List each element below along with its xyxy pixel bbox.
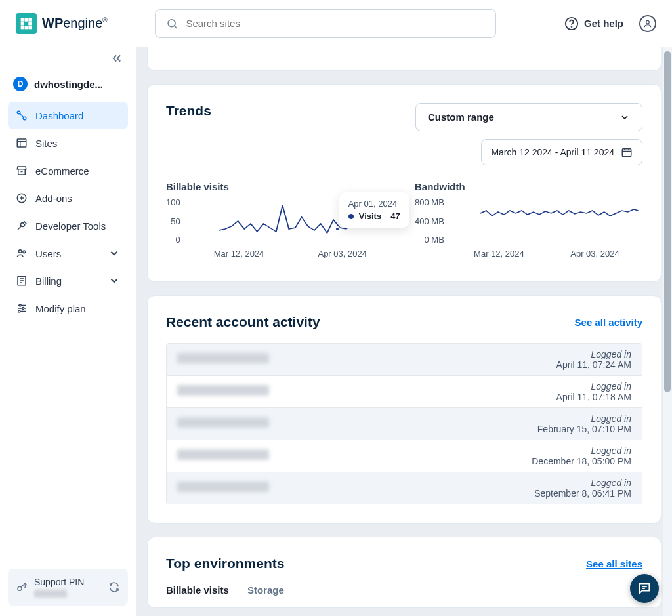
svg-rect-3	[21, 22, 24, 25]
scrollbar[interactable]	[663, 47, 672, 616]
nav-devtools[interactable]: Developer Tools	[8, 212, 128, 239]
svg-rect-6	[25, 26, 28, 29]
x-axis: Mar 12, 2024 Apr 03, 2024	[187, 249, 394, 258]
svg-line-23	[18, 226, 22, 230]
redacted-user	[177, 417, 269, 428]
svg-rect-4	[28, 22, 32, 25]
see-all-sites-link[interactable]: See all sites	[586, 558, 642, 569]
trends-card: Trends Custom range March 12 2024 - Apri…	[147, 84, 662, 282]
chevron-down-icon	[108, 275, 120, 287]
person-icon	[643, 19, 652, 28]
svg-point-36	[18, 586, 22, 590]
activity-table: Logged inApril 11, 07:24 AM Logged inApr…	[166, 343, 642, 504]
users-icon	[16, 247, 28, 259]
svg-point-24	[19, 250, 22, 253]
get-help-button[interactable]: Get help	[564, 16, 623, 31]
svg-line-15	[20, 113, 24, 117]
scrollbar-thumb[interactable]	[664, 51, 671, 392]
dashboard-icon	[16, 110, 28, 121]
see-all-activity-link[interactable]: See all activity	[575, 317, 642, 328]
trends-title: Trends	[166, 103, 211, 119]
billable-visits-chart: Billable visits 100 50 0	[166, 181, 394, 263]
support-pin[interactable]: Support PIN	[8, 569, 128, 606]
nav-sites[interactable]: Sites	[8, 129, 128, 157]
svg-rect-37	[622, 149, 631, 157]
wrench-icon	[16, 220, 28, 232]
nav-billing[interactable]: Billing	[8, 267, 128, 295]
activity-title: Recent account activity	[166, 314, 320, 330]
billing-icon	[16, 275, 28, 287]
top-bar: WPengine® Get help	[0, 0, 672, 47]
redacted-user	[177, 353, 269, 363]
store-icon	[16, 165, 28, 176]
nav-modify-plan[interactable]: Modify plan	[8, 295, 128, 322]
search-box[interactable]	[155, 9, 496, 38]
chat-icon	[637, 581, 652, 596]
range-dropdown[interactable]: Custom range	[415, 103, 642, 131]
calendar-icon	[621, 146, 633, 158]
chevron-down-icon	[620, 112, 630, 123]
svg-point-34	[22, 308, 24, 310]
nav-users[interactable]: Users	[8, 239, 128, 267]
svg-line-9	[174, 26, 177, 28]
svg-point-11	[572, 26, 572, 27]
activity-card: Recent account activity See all activity…	[147, 295, 662, 524]
activity-row: Logged inApril 11, 07:18 AM	[167, 376, 642, 408]
svg-rect-2	[28, 18, 32, 21]
refresh-icon[interactable]	[108, 581, 120, 593]
sliders-icon	[16, 302, 28, 314]
chart-tooltip: Apr 01, 2024 Visits 47	[339, 192, 410, 228]
svg-rect-7	[28, 26, 32, 29]
redacted-pin	[34, 590, 67, 598]
nav-dashboard[interactable]: Dashboard	[8, 102, 128, 129]
sidebar: D dwhostingde... Dashboard Sites eCommer…	[0, 47, 136, 616]
redacted-user	[177, 385, 269, 396]
activity-row: Logged inApril 11, 07:24 AM	[167, 344, 642, 376]
activity-row: Logged inDecember 18, 05:00 PM	[167, 440, 642, 472]
redacted-user	[177, 482, 269, 492]
collapse-sidebar-button[interactable]	[0, 47, 136, 72]
tab-storage[interactable]: Storage	[247, 585, 284, 600]
svg-point-33	[19, 304, 21, 306]
environments-title: Top environments	[166, 556, 284, 571]
y-axis: 100 50 0	[166, 197, 187, 245]
svg-rect-16	[17, 139, 26, 147]
svg-point-25	[23, 251, 26, 253]
main-content: Trends Custom range March 12 2024 - Apri…	[136, 47, 672, 616]
bandwidth-chart: Bandwidth 800 MB 400 MB 0 MB M	[415, 181, 642, 263]
sites-icon	[16, 137, 28, 149]
search-input[interactable]	[186, 18, 484, 29]
logo-text: WPengine®	[42, 16, 108, 31]
date-picker[interactable]: March 12 2024 - April 11 2024	[481, 139, 642, 165]
tooltip-point	[335, 226, 340, 232]
nav-addons[interactable]: Add-ons	[8, 184, 128, 212]
line-chart-svg	[451, 197, 642, 245]
chat-fab[interactable]	[630, 574, 659, 603]
logo[interactable]: WPengine®	[16, 13, 108, 34]
svg-point-8	[168, 19, 175, 26]
env-tabs: Billable visits Storage	[166, 585, 642, 600]
svg-rect-1	[25, 18, 28, 21]
chevron-down-icon	[108, 247, 120, 259]
svg-point-35	[18, 310, 20, 312]
series-dot-icon	[348, 214, 354, 219]
plus-circle-icon	[16, 192, 28, 204]
chevron-double-left-icon	[111, 54, 123, 63]
account-badge: D	[13, 77, 28, 91]
help-icon	[564, 16, 579, 31]
tab-billable-visits[interactable]: Billable visits	[166, 585, 229, 600]
environments-card: Top environments See all sites Billable …	[147, 537, 662, 608]
svg-rect-5	[21, 26, 24, 29]
y-axis: 800 MB 400 MB 0 MB	[415, 197, 451, 245]
activity-row: Logged inSeptember 8, 06:41 PM	[167, 472, 642, 504]
redacted-user	[177, 449, 269, 460]
activity-row: Logged inFebruary 15, 07:10 PM	[167, 408, 642, 440]
x-axis: Mar 12, 2024 Apr 03, 2024	[451, 249, 642, 258]
svg-rect-0	[21, 18, 24, 21]
nav-ecommerce[interactable]: eCommerce	[8, 157, 128, 184]
account-switcher[interactable]: D dwhostingde...	[0, 72, 136, 102]
key-icon	[16, 581, 28, 593]
logo-mark-icon	[16, 13, 37, 34]
search-icon	[166, 17, 178, 30]
user-avatar[interactable]	[639, 15, 656, 32]
